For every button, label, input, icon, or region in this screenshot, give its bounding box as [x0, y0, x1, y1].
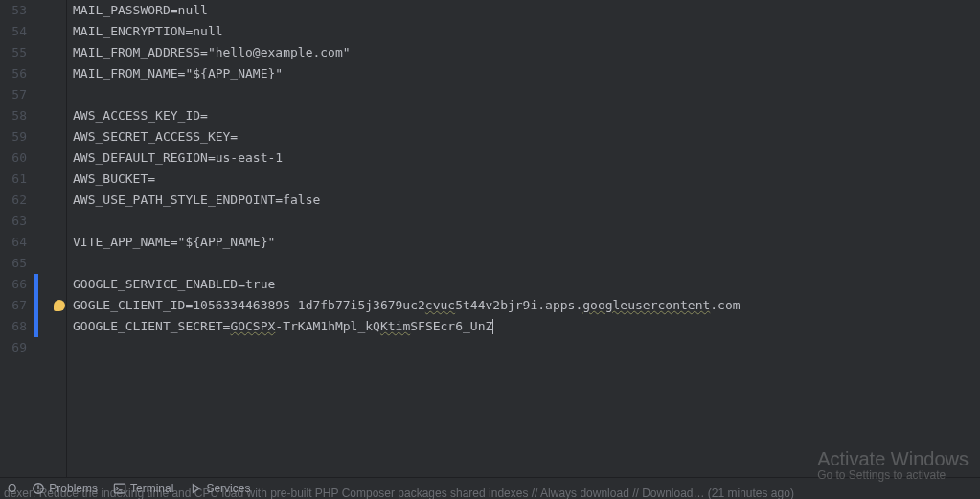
code-line[interactable]: [73, 211, 980, 232]
line-number-gutter: 5354555657585960616263646566676869: [0, 0, 34, 477]
code-line[interactable]: [73, 84, 980, 105]
code-line[interactable]: AWS_DEFAULT_REGION=us-east-1: [73, 147, 980, 169]
line-number: 61: [0, 169, 34, 190]
text-cursor: [492, 319, 493, 334]
line-number: 67: [0, 295, 34, 316]
code-line[interactable]: AWS_USE_PATH_STYLE_ENDPOINT=false: [73, 190, 980, 211]
line-number: 55: [0, 42, 34, 63]
code-line[interactable]: VITE_APP_NAME="${APP_NAME}": [73, 232, 980, 253]
code-area[interactable]: MAIL_PASSWORD=nullMAIL_ENCRYPTION=nullMA…: [67, 0, 980, 477]
code-line[interactable]: AWS_BUCKET=: [73, 169, 980, 190]
vcs-change-marker[interactable]: [34, 274, 38, 337]
icon-gutter: [40, 0, 67, 477]
code-line[interactable]: AWS_SECRET_ACCESS_KEY=: [73, 126, 980, 147]
code-line[interactable]: AWS_ACCESS_KEY_ID=: [73, 105, 980, 126]
line-number: 69: [0, 337, 34, 358]
code-line[interactable]: [73, 253, 980, 274]
line-number: 53: [0, 0, 34, 21]
line-number: 68: [0, 316, 34, 337]
line-number: 57: [0, 84, 34, 105]
code-editor[interactable]: 5354555657585960616263646566676869 MAIL_…: [0, 0, 980, 477]
code-line[interactable]: GOOGLE_CLIENT_SECRET=GOCSPX-TrKAM1hMpl_k…: [73, 316, 980, 337]
status-hint: dexer: Reduce the indexing time and CPU …: [4, 487, 980, 499]
line-number: 64: [0, 232, 34, 253]
line-number: 60: [0, 147, 34, 169]
line-number: 56: [0, 63, 34, 84]
line-number: 62: [0, 190, 34, 211]
intention-bulb-icon[interactable]: [54, 300, 65, 311]
line-number: 63: [0, 211, 34, 232]
line-number: 66: [0, 274, 34, 295]
code-line[interactable]: MAIL_FROM_NAME="${APP_NAME}": [73, 63, 980, 84]
code-line[interactable]: MAIL_FROM_ADDRESS="hello@example.com": [73, 42, 980, 63]
line-number: 65: [0, 253, 34, 274]
code-line[interactable]: [73, 337, 980, 358]
code-line[interactable]: GOOGLE_SERVICE_ENABLED=true: [73, 274, 980, 295]
line-number: 54: [0, 21, 34, 42]
code-line[interactable]: MAIL_ENCRYPTION=null: [73, 21, 980, 42]
code-line[interactable]: GOGLE_CLIENT_ID=1056334463895-1d7fb77i5j…: [73, 295, 980, 316]
line-number: 59: [0, 126, 34, 147]
line-number: 58: [0, 105, 34, 126]
code-line[interactable]: MAIL_PASSWORD=null: [73, 0, 980, 21]
